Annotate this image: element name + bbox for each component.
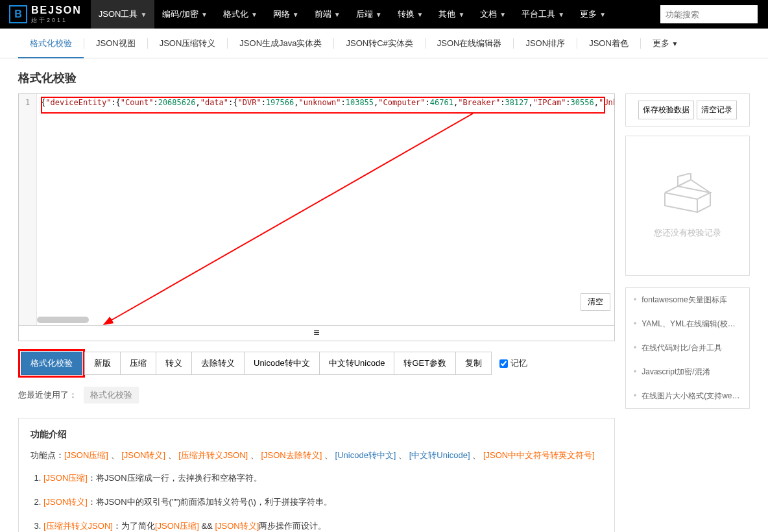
fn-link-4[interactable]: [Unicode转中文] — [335, 450, 396, 460]
search-input[interactable] — [660, 5, 758, 23]
topbar: B BEJSON 始于2011 JSON工具▼编码/加密▼格式化▼网络▼前端▼后… — [0, 0, 768, 29]
fn-link-0[interactable]: [JSON压缩] — [64, 450, 108, 460]
nav-item-1[interactable]: 编码/加密▼ — [154, 0, 215, 29]
intro-heading: 功能介绍 — [30, 429, 603, 441]
main-nav: JSON工具▼编码/加密▼格式化▼网络▼前端▼后端▼转换▼其他▼文档▼平台工具▼… — [91, 0, 614, 29]
editor-code[interactable]: {"deviceEntity":{"Count":20685626,"data"… — [37, 94, 614, 325]
json-editor[interactable]: 1 {"deviceEntity":{"Count":20685626,"dat… — [18, 93, 615, 326]
horizontal-scrollbar[interactable] — [37, 317, 89, 323]
side-link-0[interactable]: fontawesome矢量图标库 — [626, 288, 749, 312]
editor-menu-icon[interactable]: ≡ — [18, 326, 615, 341]
remember-checkbox[interactable]: 记忆 — [499, 357, 527, 369]
caret-down-icon: ▼ — [458, 11, 464, 18]
recent-used: 您最近使用了： 格式化校验 — [18, 387, 615, 404]
tool-复制[interactable]: 复制 — [455, 352, 492, 375]
tool-转GET参数[interactable]: 转GET参数 — [394, 352, 456, 375]
tool-转义[interactable]: 转义 — [156, 352, 192, 375]
step-1: [JSON转义]：将JSON中的双引号("")前面添加转义符号(\)，利于拼接字… — [43, 496, 603, 509]
sidebar-links: fontawesome矢量图标库YAML、YML在线编辑(校验)器在线代码对比/… — [625, 287, 750, 409]
nav-item-3[interactable]: 网络▼ — [265, 0, 307, 29]
caret-down-icon: ▼ — [599, 11, 606, 18]
caret-down-icon: ▼ — [293, 11, 299, 18]
editor-gutter: 1 — [19, 94, 37, 325]
step-link-2c[interactable]: [JSON转义] — [215, 521, 259, 531]
caret-down-icon: ▼ — [671, 40, 678, 47]
caret-down-icon: ▼ — [499, 11, 506, 18]
caret-down-icon: ▼ — [417, 11, 424, 18]
step-2: [压缩并转义JSON]：为了简化[JSON压缩] && [JSON转义]两步操作… — [43, 520, 603, 532]
logo[interactable]: B BEJSON 始于2011 — [0, 5, 91, 25]
caret-down-icon: ▼ — [140, 11, 147, 18]
subnav-item-3[interactable]: JSON生成Java实体类 — [228, 29, 333, 58]
nav-item-6[interactable]: 转换▼ — [390, 0, 431, 29]
intro-steps: [JSON压缩]：将JSON压缩成一行，去掉换行和空格字符。[JSON转义]：将… — [30, 472, 603, 532]
tool-格式化校验[interactable]: 格式化校验 — [21, 352, 82, 375]
search-box — [660, 5, 758, 23]
tool-Unicode转中文[interactable]: Unicode转中文 — [244, 352, 320, 375]
nav-item-4[interactable]: 前端▼ — [307, 0, 348, 29]
subnav-item-7[interactable]: JSON着色 — [577, 29, 640, 58]
nav-item-2[interactable]: 格式化▼ — [215, 0, 265, 29]
subnav-item-1[interactable]: JSON视图 — [84, 29, 147, 58]
fn-link-5[interactable]: [中文转Unicode] — [409, 450, 470, 460]
tool-压缩[interactable]: 压缩 — [120, 352, 156, 375]
step-link-1[interactable]: [JSON转义] — [43, 497, 88, 507]
empty-text: 您还没有校验记录 — [654, 227, 721, 239]
intro-card: 功能介绍 功能点：[JSON压缩] 、 [JSON转义] 、 [压缩并转义JSO… — [18, 418, 615, 532]
nav-item-9[interactable]: 平台工具▼ — [514, 0, 572, 29]
caret-down-icon: ▼ — [201, 11, 208, 18]
tool-中文转Unicode[interactable]: 中文转Unicode — [319, 352, 395, 375]
sidebar: 保存校验数据 清空记录 您还没有校验记录 fontawesome矢量图标库YAM… — [625, 93, 750, 532]
page-title: 格式化校验 — [18, 70, 750, 86]
tools-row: 格式化校验新版压缩转义去除转义Unicode转中文中文转Unicode转GET参… — [18, 349, 615, 378]
empty-records: 您还没有校验记录 — [625, 136, 750, 276]
subnav-item-6[interactable]: JSON排序 — [514, 29, 577, 58]
subnav-item-0[interactable]: 格式化校验 — [18, 29, 84, 58]
recent-label: 您最近使用了： — [18, 389, 77, 401]
subnav-item-4[interactable]: JSON转C#实体类 — [334, 29, 424, 58]
step-link-0[interactable]: [JSON压缩] — [43, 473, 88, 483]
nav-item-8[interactable]: 文档▼ — [472, 0, 514, 29]
subnav-item-8[interactable]: 更多 ▼ — [641, 29, 690, 58]
nav-item-5[interactable]: 后端▼ — [348, 0, 390, 29]
fn-link-3[interactable]: [JSON去除转义] — [261, 450, 322, 460]
step-link-2a[interactable]: [压缩并转义JSON] — [43, 521, 113, 531]
side-link-4[interactable]: 在线图片大小格式(支持webp... — [626, 384, 749, 408]
nav-item-10[interactable]: 更多▼ — [572, 0, 614, 29]
caret-down-icon: ▼ — [376, 11, 382, 18]
step-0: [JSON压缩]：将JSON压缩成一行，去掉换行和空格字符。 — [43, 472, 603, 485]
remember-input[interactable] — [499, 359, 508, 368]
annotation-box-code — [41, 97, 605, 114]
sub-nav: 格式化校验JSON视图JSON压缩转义JSON生成Java实体类JSON转C#实… — [0, 29, 768, 58]
step-link-2b[interactable]: [JSON压缩] — [155, 521, 199, 531]
fn-link-2[interactable]: [压缩并转义JSON] — [178, 450, 248, 460]
subnav-item-2[interactable]: JSON压缩转义 — [148, 29, 228, 58]
clear-editor-button[interactable]: 清空 — [581, 293, 610, 311]
caret-down-icon: ▼ — [334, 11, 341, 18]
fn-link-6[interactable]: [JSON中中文符号转英文符号] — [483, 450, 595, 460]
logo-sub: 始于2011 — [31, 16, 82, 25]
logo-icon: B — [9, 5, 27, 23]
logo-text: BEJSON — [31, 5, 82, 16]
save-data-button[interactable]: 保存校验数据 — [638, 101, 694, 119]
empty-box-icon — [662, 173, 714, 221]
side-link-1[interactable]: YAML、YML在线编辑(校验)器 — [626, 312, 749, 336]
annotation-box-button: 格式化校验 — [18, 349, 85, 378]
function-links: 功能点：[JSON压缩] 、 [JSON转义] 、 [压缩并转义JSON] 、 … — [30, 450, 603, 461]
side-link-2[interactable]: 在线代码对比/合并工具 — [626, 336, 749, 360]
side-link-3[interactable]: Javascript加密/混淆 — [626, 360, 749, 384]
nav-item-0[interactable]: JSON工具▼ — [91, 0, 155, 29]
caret-down-icon: ▼ — [558, 11, 564, 18]
tool-去除转义[interactable]: 去除转义 — [191, 352, 245, 375]
tool-新版[interactable]: 新版 — [84, 352, 121, 375]
caret-down-icon: ▼ — [251, 11, 258, 18]
recent-tag[interactable]: 格式化校验 — [84, 387, 139, 404]
clear-records-button[interactable]: 清空记录 — [697, 101, 737, 119]
nav-item-7[interactable]: 其他▼ — [431, 0, 472, 29]
subnav-item-5[interactable]: JSON在线编辑器 — [426, 29, 514, 58]
fn-link-1[interactable]: [JSON转义] — [121, 450, 165, 460]
